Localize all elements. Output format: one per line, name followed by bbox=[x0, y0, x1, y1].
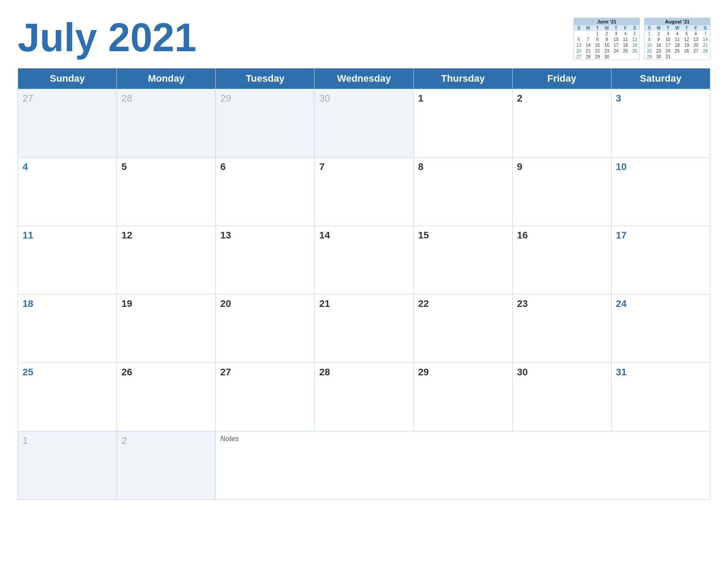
col-friday: Friday bbox=[512, 68, 611, 89]
day-number: 14 bbox=[319, 230, 330, 241]
june-cell: 27 bbox=[574, 54, 583, 60]
col-tuesday: Tuesday bbox=[216, 68, 315, 89]
day-cell[interactable]: 13 bbox=[216, 226, 315, 295]
day-number: 13 bbox=[220, 230, 231, 241]
aug-col-wed: W bbox=[673, 25, 682, 31]
june-cell: 21 bbox=[583, 48, 593, 54]
day-cell[interactable]: 14 bbox=[315, 226, 413, 295]
day-cell[interactable]: 25 bbox=[18, 363, 117, 431]
day-cell[interactable]: 15 bbox=[413, 226, 512, 295]
day-cell[interactable]: 23 bbox=[512, 295, 611, 363]
day-number: 3 bbox=[616, 93, 621, 104]
day-cell[interactable]: 16 bbox=[512, 226, 611, 295]
day-number: 29 bbox=[220, 93, 231, 104]
june-cell: 1 bbox=[593, 31, 602, 37]
june-cell: 24 bbox=[612, 48, 621, 54]
day-cell-next-2[interactable]: 2 bbox=[117, 431, 216, 500]
june-cell: 11 bbox=[621, 37, 630, 42]
day-cell[interactable]: 26 bbox=[117, 363, 216, 431]
page-header: July 2021 June '21 S M T W T F S 1 bbox=[18, 13, 710, 60]
day-number: 24 bbox=[616, 298, 627, 309]
day-cell[interactable]: 2 bbox=[512, 89, 611, 158]
june-cell: 20 bbox=[574, 48, 583, 54]
aug-col-tue: T bbox=[663, 25, 672, 31]
day-cell[interactable]: 7 bbox=[315, 158, 413, 226]
day-cell[interactable]: 29 bbox=[216, 89, 315, 158]
day-number: 2 bbox=[121, 435, 127, 446]
aug-col-sat: S bbox=[701, 25, 710, 31]
day-cell[interactable]: 30 bbox=[512, 363, 611, 431]
notes-label: Notes bbox=[220, 435, 239, 442]
june-cell bbox=[574, 31, 583, 37]
day-cell[interactable]: 29 bbox=[413, 363, 512, 431]
day-number: 17 bbox=[616, 230, 627, 241]
aug-cell: 22 bbox=[645, 48, 654, 54]
aug-col-mon: M bbox=[654, 25, 663, 31]
day-cell[interactable]: 28 bbox=[117, 89, 216, 158]
day-cell[interactable]: 27 bbox=[216, 363, 315, 431]
day-cell[interactable]: 17 bbox=[611, 226, 710, 295]
day-number: 15 bbox=[418, 230, 429, 241]
week-row-1: 27 28 29 30 1 2 3 bbox=[18, 89, 710, 158]
week-row-2: 4 5 6 7 8 9 10 bbox=[18, 158, 710, 226]
day-cell[interactable]: 6 bbox=[216, 158, 315, 226]
august-mini-title: August '21 bbox=[645, 18, 710, 25]
week-row-4: 18 19 20 21 22 23 24 bbox=[18, 295, 710, 363]
day-cell[interactable]: 3 bbox=[611, 89, 710, 158]
day-number: 20 bbox=[220, 298, 231, 309]
calendar-header-row: Sunday Monday Tuesday Wednesday Thursday… bbox=[18, 68, 710, 89]
aug-cell: 27 bbox=[691, 48, 701, 54]
day-cell[interactable]: 11 bbox=[18, 226, 117, 295]
june-cell bbox=[621, 54, 630, 60]
day-cell[interactable]: 24 bbox=[611, 295, 710, 363]
mini-calendars-container: June '21 S M T W T F S 1 2 3 4 bbox=[574, 18, 710, 60]
june-col-wed: W bbox=[602, 25, 612, 31]
day-cell[interactable]: 5 bbox=[117, 158, 216, 226]
day-number: 28 bbox=[121, 93, 132, 104]
day-cell-next-1[interactable]: 1 bbox=[18, 431, 117, 500]
june-cell: 10 bbox=[612, 37, 621, 42]
august-mini-calendar: August '21 S M T W T F S 1 2 3 4 5 6 bbox=[644, 18, 710, 60]
day-cell[interactable]: 12 bbox=[117, 226, 216, 295]
aug-cell: 1 bbox=[645, 31, 654, 37]
aug-cell: 5 bbox=[682, 31, 691, 37]
june-cell: 29 bbox=[593, 54, 602, 60]
day-cell[interactable]: 20 bbox=[216, 295, 315, 363]
june-col-sun: S bbox=[574, 25, 583, 31]
day-cell[interactable]: 28 bbox=[315, 363, 413, 431]
day-number: 27 bbox=[220, 367, 231, 378]
notes-cell[interactable]: Notes bbox=[216, 431, 710, 500]
aug-cell: 24 bbox=[663, 48, 672, 54]
june-cell: 4 bbox=[621, 31, 630, 37]
day-number: 6 bbox=[220, 161, 225, 172]
week-row-5: 25 26 27 28 29 30 31 bbox=[18, 363, 710, 431]
june-mini-title: June '21 bbox=[574, 18, 639, 25]
day-cell[interactable]: 30 bbox=[315, 89, 413, 158]
day-cell[interactable]: 4 bbox=[18, 158, 117, 226]
day-cell[interactable]: 21 bbox=[315, 295, 413, 363]
aug-cell: 3 bbox=[663, 31, 672, 37]
aug-cell: 23 bbox=[654, 48, 663, 54]
day-cell[interactable]: 8 bbox=[413, 158, 512, 226]
col-wednesday: Wednesday bbox=[315, 68, 413, 89]
day-number: 27 bbox=[23, 93, 33, 104]
aug-col-thu: T bbox=[682, 25, 691, 31]
aug-cell: 28 bbox=[701, 48, 710, 54]
day-number: 10 bbox=[616, 161, 627, 172]
day-cell[interactable]: 9 bbox=[512, 158, 611, 226]
june-cell: 15 bbox=[593, 42, 602, 48]
day-cell[interactable]: 31 bbox=[611, 363, 710, 431]
day-number: 9 bbox=[517, 161, 522, 172]
aug-cell: 18 bbox=[673, 42, 682, 48]
day-cell[interactable]: 27 bbox=[18, 89, 117, 158]
day-cell[interactable]: 10 bbox=[611, 158, 710, 226]
day-cell[interactable]: 19 bbox=[117, 295, 216, 363]
day-cell[interactable]: 1 bbox=[413, 89, 512, 158]
day-cell[interactable]: 22 bbox=[413, 295, 512, 363]
aug-cell bbox=[701, 54, 710, 60]
day-cell[interactable]: 18 bbox=[18, 295, 117, 363]
aug-cell: 11 bbox=[673, 37, 682, 42]
june-cell: 9 bbox=[602, 37, 612, 42]
june-cell: 30 bbox=[602, 54, 612, 60]
day-number: 1 bbox=[418, 93, 424, 104]
